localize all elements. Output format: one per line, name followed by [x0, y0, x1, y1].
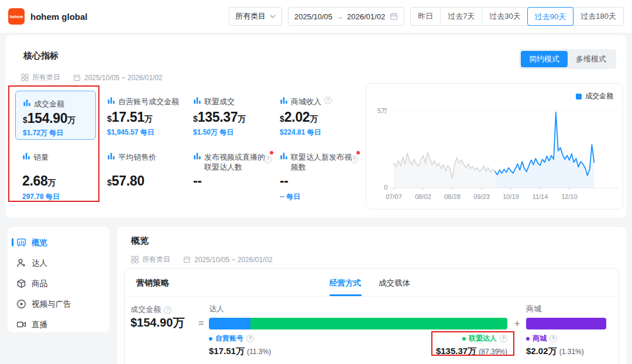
- segment-value: $2.02万: [526, 346, 557, 356]
- segment-name: 自营账号: [215, 334, 243, 344]
- help-icon[interactable]: ?: [324, 97, 332, 104]
- segment-value: $135.37万: [436, 346, 476, 356]
- metric-card-gmv[interactable]: 成交金额 $154.90万 $1.72万 每日: [15, 91, 96, 140]
- sidebar-item-products[interactable]: 商品: [8, 273, 109, 294]
- metric-value: $17.51万: [107, 109, 153, 125]
- bar-chart-icon: [280, 97, 288, 105]
- category-select-value: 所有类目: [235, 11, 266, 22]
- affiliate-bar-segment[interactable]: [250, 318, 507, 329]
- blue-dot: [209, 337, 212, 341]
- help-icon-with-dot[interactable]: ?: [264, 153, 272, 163]
- calendar-icon: [73, 74, 81, 81]
- date-range-picker[interactable]: 2025/10/05 → 2026/01/02: [288, 7, 404, 26]
- svg-text:08/02: 08/02: [415, 193, 431, 200]
- metric-label: 联盟成交: [204, 97, 235, 107]
- metric-card-affiliate-gmv[interactable]: 联盟成交 $135.37万 $1.50万 每日: [193, 97, 276, 149]
- range-90d-button[interactable]: 过去90天: [527, 7, 573, 26]
- brand-name: hohem global: [30, 12, 88, 22]
- metric-daily-avg: 297.78 每日: [22, 192, 60, 202]
- multi-mode-button[interactable]: 多维模式: [568, 51, 614, 67]
- date-arrow: →: [336, 12, 344, 21]
- active-indicator: [12, 238, 13, 246]
- segment-value: $17.51万: [209, 346, 245, 356]
- chevron-down-icon: [270, 14, 276, 19]
- segment-name: 商城: [533, 334, 547, 344]
- affiliate-stats: 联盟达人? $135.37万 (87.39%): [390, 334, 507, 357]
- sidebar-item-livestream[interactable]: 直播: [8, 314, 109, 335]
- svg-text:5万: 5万: [377, 107, 387, 114]
- metric-card-avg-price[interactable]: 平均销售价 $57.80: [107, 152, 190, 205]
- help-icon[interactable]: ?: [549, 335, 557, 342]
- help-icon[interactable]: ?: [164, 306, 171, 314]
- app-header: hohem hohem global 所有类目 2025/10/05 → 202…: [0, 0, 632, 33]
- sidebar-item-label: 概览: [32, 238, 47, 248]
- metric-daily-avg: $1.50万 每日: [193, 128, 233, 138]
- sidebar-item-label: 商品: [32, 279, 47, 289]
- mall-group-label: 商城: [526, 304, 541, 314]
- metric-daily-avg: $1,945.57 每日: [107, 128, 154, 138]
- overview-filter-category: 所有类目: [142, 255, 170, 265]
- video-play-icon: [16, 299, 26, 309]
- total-gmv-label: 成交金额: [130, 304, 161, 315]
- own-account-bar-segment[interactable]: [209, 318, 250, 329]
- tab-transaction-carrier[interactable]: 成交载体: [379, 278, 410, 289]
- overview-board-icon: [16, 238, 26, 248]
- range-30d-button[interactable]: 过去30天: [482, 8, 527, 25]
- svg-text:0: 0: [384, 184, 387, 191]
- metric-card-mall-revenue[interactable]: 商城收入 ? $2.02万 $224.81 每日: [280, 97, 363, 149]
- date-end: 2026/01/02: [347, 12, 385, 21]
- bar-chart-icon: [193, 152, 201, 160]
- help-icon-with-dot[interactable]: ?: [351, 153, 358, 163]
- metric-value: $135.37万: [193, 109, 246, 125]
- range-180d-button[interactable]: 过去180天: [573, 8, 623, 25]
- metric-label: 自营账号成交金额: [118, 97, 179, 107]
- tab-business-mode[interactable]: 经营方式: [329, 278, 361, 289]
- metric-card-sales-volume[interactable]: 销量 2.68万 297.78 每日: [22, 152, 105, 205]
- core-filter-category: 所有类目: [32, 73, 60, 83]
- total-gmv-label-row: 成交金额 ?: [130, 304, 171, 315]
- help-icon[interactable]: ?: [500, 335, 507, 342]
- segment-share: (87.39%): [479, 348, 507, 356]
- plus-sign: +: [514, 318, 520, 329]
- overview-filter-dates: 2025/10/05 ~ 2026/01/02: [194, 256, 273, 264]
- own-account-stats: 自营账号? $17.51万 (11.3%): [209, 334, 271, 357]
- talent-group-label: 达人: [209, 304, 224, 314]
- sidebar-item-label: 达人: [32, 258, 47, 269]
- svg-text:08/28: 08/28: [444, 193, 461, 200]
- metric-label: 商城收入: [291, 97, 321, 107]
- svg-text:11/14: 11/14: [533, 193, 548, 200]
- sidebar-item-overview[interactable]: 概览: [8, 232, 109, 253]
- metric-label: 联盟达人新发布视频数: [291, 152, 352, 172]
- metric-value: $2.02万: [280, 109, 318, 125]
- creator-person-star-icon: [16, 258, 26, 268]
- category-select[interactable]: 所有类目: [229, 7, 282, 26]
- sidebar-item-creators[interactable]: 达人: [8, 253, 109, 273]
- marketing-strategy-box: 营销策略 经营方式 成交载体 成交金额 ? $154.90万 = 达人 + 商城…: [124, 268, 619, 364]
- range-yesterday-button[interactable]: 昨日: [411, 8, 440, 25]
- section-sidebar: 概览 达人 商品 视频与广告 直播: [8, 227, 109, 332]
- bar-chart-icon: [280, 152, 288, 160]
- svg-text:09/23: 09/23: [473, 193, 490, 200]
- metric-card-new-affiliate-videos[interactable]: 联盟达人新发布视频数 ? -- -- 每日: [280, 152, 363, 205]
- quick-range-group: 昨日 过去7天 过去30天 过去90天 过去180天: [410, 7, 624, 26]
- new-badge-dot: [356, 151, 360, 154]
- metric-card-own-account-gmv[interactable]: 自营账号成交金额 $17.51万 $1,945.57 每日: [107, 97, 190, 149]
- metric-card-posting-affiliates[interactable]: 发布视频或直播的联盟达人数 ? --: [193, 152, 276, 205]
- metric-label: 发布视频或直播的联盟达人数: [204, 152, 265, 172]
- tab-divider: [125, 296, 619, 297]
- trend-chart-svg: 07/0708/0208/2809/2310/1911/1412/105万0: [366, 88, 623, 205]
- mall-bar-segment[interactable]: [526, 318, 606, 329]
- help-icon[interactable]: ?: [246, 335, 254, 342]
- range-7d-button[interactable]: 过去7天: [440, 8, 482, 25]
- simple-mode-button[interactable]: 简约模式: [521, 51, 568, 67]
- overview-title: 概览: [131, 235, 149, 246]
- category-grid-icon: [21, 74, 29, 81]
- metric-daily-avg: $1.72万 每日: [23, 128, 63, 138]
- new-badge-dot: [270, 151, 273, 154]
- mode-toggle: 简约模式 多维模式: [519, 49, 616, 69]
- core-metrics-title: 核心指标: [23, 50, 59, 61]
- purple-dot: [526, 337, 530, 341]
- metric-value: $154.90万: [23, 111, 75, 126]
- sidebar-item-videos-ads[interactable]: 视频与广告: [8, 294, 109, 314]
- bar-chart-icon: [107, 97, 115, 105]
